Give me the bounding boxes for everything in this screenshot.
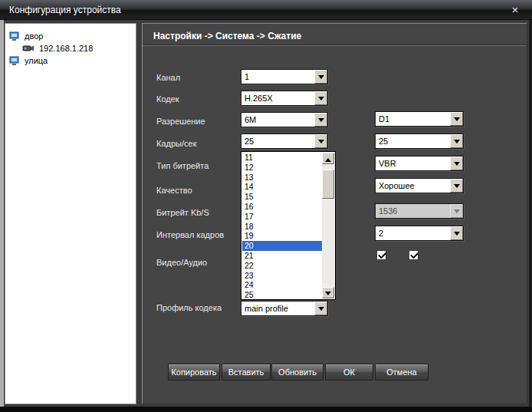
chevron-down-icon[interactable] <box>314 302 327 315</box>
tree-item-label: 192.168.1.218 <box>39 44 93 53</box>
fps-dropdown-list: 11 12 13 14 15 16 17 18 19 20 21 22 23 2… <box>241 151 336 300</box>
window-frame-right <box>529 0 532 412</box>
list-item[interactable]: 23 <box>242 271 322 281</box>
chevron-down-icon[interactable] <box>450 112 463 126</box>
device-config-window: Конфигурация устройства × двор 192.168.1… <box>0 0 532 412</box>
resolution-label: Разрешение <box>156 117 205 126</box>
list-item-selected[interactable]: 20 <box>242 241 322 251</box>
codec-profile-select[interactable]: main profile <box>241 301 328 316</box>
title-bar: Конфигурация устройства × <box>0 0 532 20</box>
quality-value: Хорошее <box>376 179 450 193</box>
list-item[interactable]: 13 <box>242 173 322 183</box>
list-item[interactable]: 11 <box>242 153 322 163</box>
copy-button[interactable]: Копировать <box>168 364 220 381</box>
list-item[interactable]: 21 <box>242 251 322 261</box>
scroll-up-icon[interactable] <box>322 153 334 164</box>
chevron-down-icon[interactable] <box>450 226 463 240</box>
breadcrumb: Настройки -> Система -> Сжатие <box>153 31 301 41</box>
window-title: Конфигурация устройства <box>9 0 121 20</box>
scrollbar[interactable] <box>322 153 334 298</box>
device-tree: двор 192.168.1.218 улица <box>5 23 136 404</box>
resolution2-value: D1 <box>376 112 450 126</box>
channel-label: Канал <box>156 73 180 82</box>
bitrate-type-label: Тип битрейта <box>156 161 209 170</box>
list-item[interactable]: 24 <box>242 280 322 290</box>
fps-select[interactable]: 25 <box>241 133 328 149</box>
chevron-down-icon[interactable] <box>314 113 327 127</box>
bitrate-value: 1536 <box>376 204 450 218</box>
chevron-down-icon[interactable] <box>450 134 463 148</box>
video-audio-label: Видео/Аудио <box>156 258 207 267</box>
refresh-button[interactable]: Обновить <box>271 364 323 381</box>
paste-button[interactable]: Вставить <box>222 364 271 381</box>
scroll-down-icon[interactable] <box>322 287 334 298</box>
codec-profile-label: Профиль кодека <box>156 303 222 312</box>
codec-select[interactable]: H.265X <box>241 91 328 106</box>
fps-dropdown-items: 11 12 13 14 15 16 17 18 19 20 21 22 23 2… <box>242 153 322 298</box>
codec-value: H.265X <box>241 91 314 105</box>
bitrate-label: Битрейт Kb/S <box>156 208 209 217</box>
cancel-button[interactable]: Отмена <box>375 364 429 381</box>
bitrate-type-select[interactable]: VBR <box>375 156 464 171</box>
window-frame-bottom <box>0 407 532 412</box>
list-item[interactable]: 12 <box>242 163 322 173</box>
settings-panel: Настройки -> Система -> Сжатие Канал Код… <box>142 23 527 404</box>
tree-item-dvor[interactable]: двор <box>9 30 43 42</box>
device-icon <box>9 31 21 41</box>
tree-item-ulica[interactable]: улица <box>9 54 48 67</box>
device-icon <box>9 56 21 66</box>
quality-select[interactable]: Хорошее <box>375 178 464 193</box>
iframe-interval-value: 2 <box>376 226 450 240</box>
ok-button[interactable]: ОК <box>325 364 373 381</box>
chevron-down-icon[interactable] <box>450 157 463 170</box>
list-item[interactable]: 18 <box>242 222 322 232</box>
fps-label: Кадры/сек <box>156 139 196 148</box>
tree-item-camera-ip[interactable]: 192.168.1.218 <box>22 42 93 54</box>
list-item[interactable]: 15 <box>242 192 322 202</box>
resolution-value: 6M <box>241 113 314 127</box>
close-icon[interactable]: × <box>507 0 523 20</box>
list-item[interactable]: 17 <box>242 212 322 222</box>
resolution2-select[interactable]: D1 <box>375 111 464 127</box>
chevron-down-icon[interactable] <box>450 179 463 193</box>
channel-select[interactable]: 1 <box>241 69 328 84</box>
header-divider <box>143 44 527 46</box>
chevron-down-icon[interactable] <box>314 91 327 105</box>
list-item[interactable]: 14 <box>242 182 322 192</box>
camera-icon <box>22 44 36 53</box>
iframe-interval-select[interactable]: 2 <box>375 226 464 241</box>
resolution-select[interactable]: 6M <box>241 112 328 127</box>
audio-checkbox[interactable] <box>409 250 419 260</box>
tree-item-label: улица <box>25 56 48 65</box>
fps2-value: 25 <box>376 134 450 148</box>
scrollbar-thumb[interactable] <box>322 170 334 199</box>
window-frame-left <box>0 0 4 412</box>
list-item[interactable]: 16 <box>242 202 322 212</box>
chevron-down-icon[interactable] <box>314 134 327 148</box>
list-item[interactable]: 22 <box>242 261 322 271</box>
fps-value: 25 <box>241 134 314 148</box>
tree-item-label: двор <box>25 31 43 41</box>
fps2-select[interactable]: 25 <box>375 133 464 149</box>
bitrate-select: 1536 <box>375 203 464 219</box>
chevron-down-icon[interactable] <box>314 70 327 84</box>
chevron-down-icon <box>450 204 463 218</box>
bitrate-type-value: VBR <box>376 157 450 170</box>
iframe-interval-label: Интервал кадров <box>156 230 224 239</box>
quality-label: Качество <box>156 186 192 195</box>
list-item[interactable]: 19 <box>242 231 322 241</box>
list-item[interactable]: 25 <box>242 290 322 300</box>
channel-value: 1 <box>241 70 314 84</box>
codec-profile-value: main profile <box>241 302 314 315</box>
video-checkbox[interactable] <box>376 250 386 260</box>
codec-label: Кодек <box>156 94 179 104</box>
